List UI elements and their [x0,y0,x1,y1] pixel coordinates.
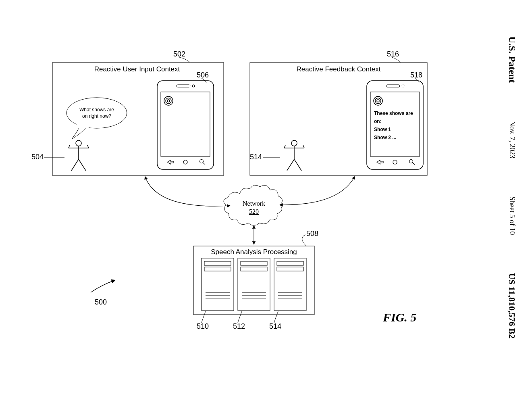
right-box-title: Reactive Feedback Context [297,65,381,73]
svg-line-28 [294,159,301,171]
phone-text-l2: on: [374,119,382,124]
sidebar-date: Nov. 7, 2023 [508,121,516,159]
ref-500-leader: 500 [91,280,115,306]
arrow-left-cloud [145,177,230,206]
svg-rect-47 [238,258,270,311]
ref-502: 502 [173,50,185,58]
ref-510: 510 [197,322,209,330]
svg-line-5 [87,145,89,148]
network-label: Network [243,200,265,207]
ref-504: 504 [31,153,44,161]
svg-point-22 [291,140,297,146]
svg-point-1 [76,140,81,146]
svg-point-9 [66,98,127,128]
svg-line-7 [79,159,86,171]
server-rack-2 [238,258,270,311]
svg-line-25 [284,145,285,148]
ref-512: 512 [233,322,245,330]
svg-line-27 [287,159,294,171]
sidebar-sheet: Sheet 5 of 10 [508,196,516,235]
ref-518: 518 [410,71,422,79]
network-num: 520 [249,208,259,215]
sidebar-header: U.S. Patent [507,36,517,83]
server-rack-3 [274,258,306,311]
svg-line-6 [71,159,79,171]
svg-line-26 [303,145,304,148]
svg-rect-41 [202,258,234,311]
phone-right: These shows are on: Show 1 Show 2 ... [367,81,423,169]
bubble-line1: What shows are [79,107,114,113]
ref-506: 506 [197,71,209,79]
person-icon [69,140,89,171]
diagram-area: Reactive User Input Context 502 504 What… [24,40,435,347]
right-context-box: Reactive Feedback Context 516 514 [250,50,427,175]
svg-rect-10 [77,123,89,128]
phone-left [157,81,214,169]
svg-rect-12 [161,92,210,156]
bottom-box-title: Speech Analysis Processing [211,248,297,256]
patent-sidebar: U.S. Patent Nov. 7, 2023 Sheet 5 of 10 U… [504,36,520,339]
svg-rect-31 [370,92,420,156]
speech-bubble: What shows are on right now? [66,98,127,139]
server-rack-1 [202,258,234,311]
phone-text-l3: Show 1 [374,127,391,132]
speech-analysis-box: Speech Analysis Processing [193,246,314,330]
ref-500: 500 [95,298,107,306]
person-icon-right [284,140,304,171]
ref-514-server: 514 [269,322,281,330]
phone-text-l1: These shows are [374,111,413,116]
ref-516: 516 [387,50,399,58]
ref-508: 508 [306,229,318,238]
bubble-line2: on right now? [82,113,111,119]
phone-text-l4: Show 2 ... [374,135,396,140]
arrow-right-cloud [280,177,355,205]
left-context-box: Reactive User Input Context 502 504 What… [31,50,224,175]
svg-rect-53 [274,258,306,311]
svg-line-4 [69,145,70,148]
sidebar-patent-number: US 11,810,576 B2 [507,273,517,339]
left-box-title: Reactive User Input Context [94,65,180,73]
ref-514-box: 514 [250,153,262,161]
network-cloud: Network 520 [224,185,282,225]
